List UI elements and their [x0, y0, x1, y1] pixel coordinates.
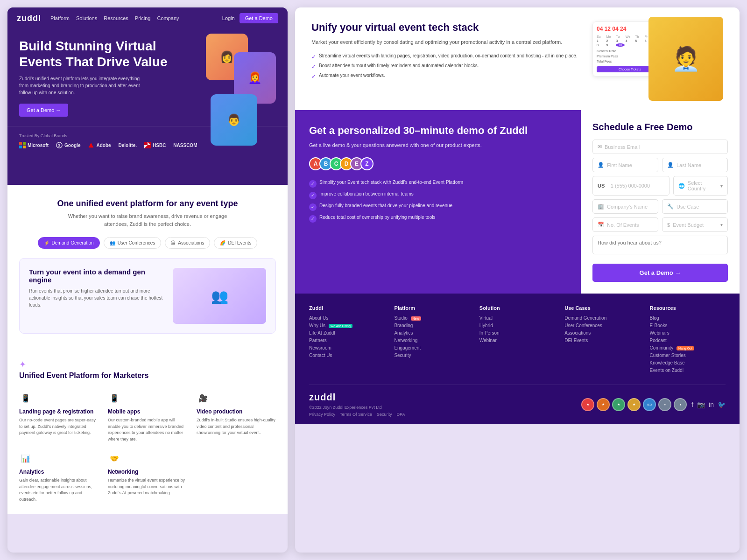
first-name-field[interactable]: 👤 First Name: [592, 158, 658, 172]
last-name-field[interactable]: 👤 Last Name: [662, 158, 728, 172]
tech-stack-checklist: ✓ Streamline virtual events with landing…: [311, 53, 578, 80]
cert-badge-4: ★: [627, 398, 641, 411]
hero-content: Build Stunning Virtual Events That Drive…: [7, 29, 288, 126]
unified-subtitle: Whether you want to raise brand awarenes…: [66, 212, 229, 228]
login-button[interactable]: Login: [222, 15, 235, 21]
right-panel: Unify your virtual event tech stack Mark…: [295, 7, 740, 553]
footer-dei[interactable]: DEI Events: [564, 338, 640, 343]
demo-check-1: ✓ Simplify your Event tech stack with Zu…: [309, 180, 567, 188]
hero-text: Build Stunning Virtual Events That Drive…: [19, 38, 178, 117]
tech-check-1: ✓ Streamline virtual events with landing…: [311, 53, 578, 60]
tab-dei-label: DEI Events: [228, 240, 251, 245]
num-events-placeholder: No. Of Events: [607, 222, 639, 228]
footer-col-usecases: Use Cases Demand Generation User Confere…: [564, 305, 640, 375]
footer-dpa[interactable]: DPA: [397, 412, 405, 417]
hero-cta-button[interactable]: Get a Demo →: [19, 104, 68, 117]
footer-virtual[interactable]: Virtual: [479, 315, 555, 321]
person-icon-last: 👤: [667, 162, 674, 168]
footer-associations[interactable]: Associations: [564, 330, 640, 336]
phone-field[interactable]: US +1 (555) 000-0000: [592, 176, 669, 196]
event-budget-field[interactable]: $ Event Budget ▾: [662, 217, 728, 232]
demand-gen-card: Turn your event into a demand gen engine…: [19, 258, 276, 334]
svg-text:G: G: [58, 144, 61, 147]
footer-security[interactable]: Security: [394, 353, 470, 358]
demand-gen-text: Turn your event into a demand gen engine…: [29, 268, 165, 324]
phone-country-row: US +1 (555) 000-0000 🌐 Select Country ▾: [592, 176, 728, 196]
footer-newsroom[interactable]: Newsroom: [309, 345, 385, 350]
svg-rect-3: [23, 146, 26, 148]
footer-about[interactable]: About Us: [309, 315, 385, 321]
footer-studio[interactable]: Studio New: [394, 315, 470, 321]
linkedin-icon[interactable]: in: [709, 401, 714, 408]
use-case-field[interactable]: 🔧 Use Case: [662, 199, 728, 214]
footer-events-on-zuddl[interactable]: Events on Zuddl: [650, 368, 726, 373]
cert-badge-3: ★: [612, 398, 625, 411]
features-grid: 📱 Landing page & registration Our no-cod…: [19, 392, 276, 503]
tab-user-label: User Conferences: [118, 240, 155, 245]
twitter-icon[interactable]: 🐦: [718, 401, 726, 408]
tab-user-conferences[interactable]: 👥 User Conferences: [104, 237, 162, 249]
footer-hybrid[interactable]: Hybrid: [479, 323, 555, 328]
tab-associations[interactable]: 🏛 Associations: [165, 237, 210, 249]
footer-demand-gen[interactable]: Demand Generation: [564, 315, 640, 321]
demo-info-title: Get a personalized 30–minute demo of Zud…: [309, 124, 567, 138]
tab-dei-events[interactable]: 🌈 DEI Events: [214, 237, 257, 249]
footer-podcast[interactable]: Podcast: [650, 338, 726, 343]
features-intro: ✦ Unified Event Platform for Marketers: [19, 359, 148, 382]
nav-platform[interactable]: Platform: [50, 15, 70, 21]
footer-contact[interactable]: Contact Us: [309, 353, 385, 358]
country-select[interactable]: 🌐 Select Country ▾: [673, 176, 728, 196]
nav-pricing[interactable]: Pricing: [135, 15, 151, 21]
instagram-icon[interactable]: 📷: [697, 401, 705, 408]
footer-knowledge-base[interactable]: Knowledge Base: [650, 360, 726, 365]
footer-customer-stories[interactable]: Customer Stories: [650, 353, 726, 358]
hero-section: zuddl Platform Solutions Resources Prici…: [7, 7, 288, 185]
footer-usecases-title: Use Cases: [564, 305, 640, 311]
footer-branding[interactable]: Branding: [394, 323, 470, 328]
footer-user-conf[interactable]: User Conferences: [564, 323, 640, 328]
brand-google: G Google: [56, 142, 80, 148]
num-events-field[interactable]: 📅 No. Of Events: [592, 217, 658, 232]
company-name-field[interactable]: 🏢 Company's Name: [592, 199, 658, 214]
footer-webinar[interactable]: Webinar: [479, 338, 555, 343]
footer-security-link[interactable]: Security: [377, 412, 392, 417]
footer-engagement[interactable]: Engagement: [394, 345, 470, 350]
nav-resources[interactable]: Resources: [104, 15, 128, 21]
footer-ebooks[interactable]: E-Books: [650, 323, 726, 328]
facebook-icon[interactable]: f: [691, 401, 693, 408]
hero-nav-demo-button[interactable]: Get a Demo: [240, 13, 278, 23]
footer-in-person[interactable]: In Person: [479, 330, 555, 336]
hear-about-textarea[interactable]: [592, 236, 728, 254]
footer-webinars[interactable]: Webinars: [650, 330, 726, 336]
nav-solutions[interactable]: Solutions: [76, 15, 97, 21]
feature-analytics: 📊 Analytics Gain clear, actionable insig…: [19, 452, 99, 503]
footer-life[interactable]: Life At Zuddl: [309, 330, 385, 336]
business-email-field[interactable]: ✉ Business Email: [592, 140, 728, 154]
footer-networking[interactable]: Networking: [394, 338, 470, 343]
footer-why-us[interactable]: Why Us We Are Hiring: [309, 323, 385, 328]
footer-right: ★ ★ ★ ★ ISO ● ● f 📷 in 🐦: [581, 398, 726, 411]
social-icons: f 📷 in 🐦: [691, 401, 726, 408]
submit-demo-button[interactable]: Get a Demo →: [592, 264, 728, 282]
globe-icon: 🌐: [678, 183, 685, 189]
footer-privacy[interactable]: Privacy Policy: [309, 412, 335, 417]
tech-stack-subtitle: Market your event efficiently by consoli…: [311, 38, 578, 46]
feature-mobile: 📱 Mobile apps Our custom-branded mobile …: [108, 392, 187, 442]
nav-company[interactable]: Company: [157, 15, 179, 21]
event-budget-placeholder: Event Budget: [673, 222, 718, 228]
footer-analytics[interactable]: Analytics: [394, 330, 470, 336]
demo-form-title: Schedule a Free Demo: [592, 122, 728, 133]
tech-stack-section: Unify your virtual event tech stack Mark…: [295, 7, 740, 110]
footer-bottom-left: zuddl ©2022 Joyn Zuddl Experiences Pvt L…: [309, 392, 405, 417]
dollar-icon: $: [667, 222, 670, 228]
first-name-placeholder: First Name: [607, 162, 632, 168]
footer-partners[interactable]: Partners: [309, 338, 385, 343]
footer-blog[interactable]: Blog: [650, 315, 726, 321]
tab-demand-generation[interactable]: ⚡ Demand Generation: [38, 237, 100, 249]
features-section: ✦ Unified Event Platform for Marketers 📱…: [7, 348, 288, 514]
brand-deloitte: Deloitte.: [119, 143, 137, 148]
footer-community[interactable]: Community Hang Out: [650, 345, 726, 350]
footer-terms[interactable]: Terms Of Service: [340, 412, 372, 417]
feature-networking: 🤝 Networking Humanize the virtual event …: [108, 452, 187, 503]
demand-gen-image: 👥: [173, 268, 266, 324]
